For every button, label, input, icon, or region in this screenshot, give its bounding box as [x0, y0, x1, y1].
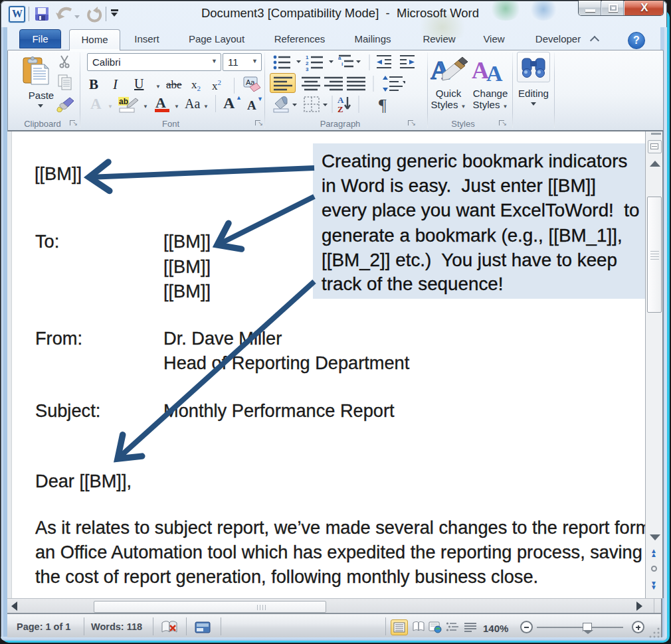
svg-text:1: 1	[306, 54, 309, 60]
svg-text:ab: ab	[119, 97, 128, 106]
svg-text:3: 3	[306, 66, 309, 72]
svg-text:2: 2	[306, 60, 309, 66]
svg-text:A: A	[486, 61, 503, 84]
svg-text:A: A	[337, 95, 344, 105]
svg-text:¶: ¶	[379, 96, 387, 114]
svg-text:Z: Z	[337, 104, 343, 114]
svg-text:i: i	[341, 61, 343, 67]
